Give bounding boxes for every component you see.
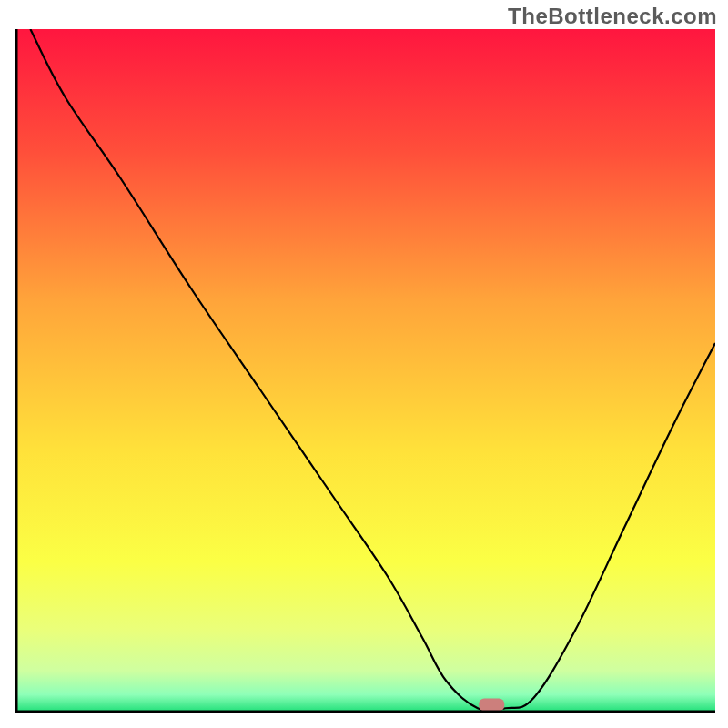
chart-container: TheBottleneck.com [0, 0, 728, 728]
bottleneck-chart [0, 0, 728, 728]
gradient-background [16, 29, 715, 712]
optimal-marker [479, 699, 504, 712]
